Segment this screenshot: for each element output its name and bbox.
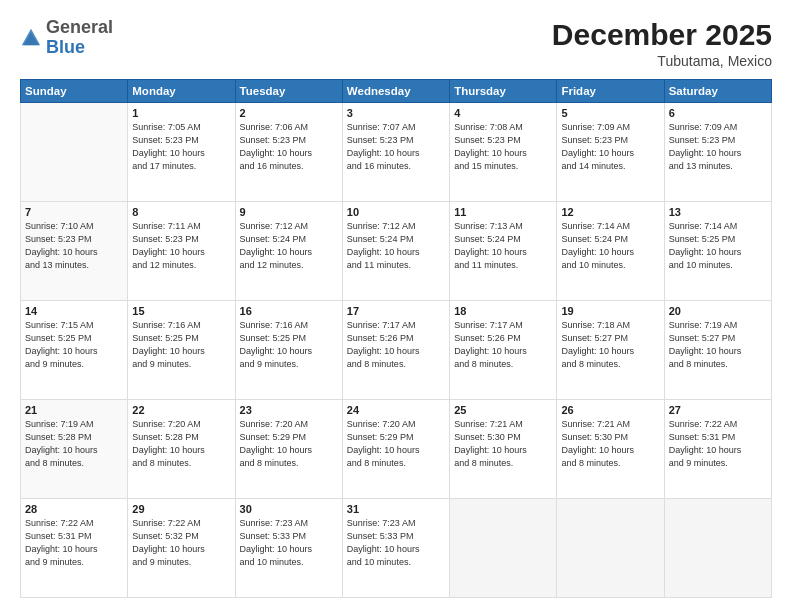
calendar-cell: 27 Sunrise: 7:22 AMSunset: 5:31 PMDaylig… <box>664 400 771 499</box>
day-info: Sunrise: 7:20 AMSunset: 5:29 PMDaylight:… <box>347 418 445 470</box>
day-number: 14 <box>25 305 123 317</box>
day-info: Sunrise: 7:12 AMSunset: 5:24 PMDaylight:… <box>240 220 338 272</box>
calendar-cell: 5 Sunrise: 7:09 AMSunset: 5:23 PMDayligh… <box>557 103 664 202</box>
calendar-cell: 12 Sunrise: 7:14 AMSunset: 5:24 PMDaylig… <box>557 202 664 301</box>
calendar-cell: 28 Sunrise: 7:22 AMSunset: 5:31 PMDaylig… <box>21 499 128 598</box>
logo-general-text: General <box>46 17 113 37</box>
day-info: Sunrise: 7:05 AMSunset: 5:23 PMDaylight:… <box>132 121 230 173</box>
calendar-cell: 13 Sunrise: 7:14 AMSunset: 5:25 PMDaylig… <box>664 202 771 301</box>
day-number: 2 <box>240 107 338 119</box>
day-number: 30 <box>240 503 338 515</box>
day-info: Sunrise: 7:17 AMSunset: 5:26 PMDaylight:… <box>347 319 445 371</box>
day-number: 4 <box>454 107 552 119</box>
calendar-cell: 19 Sunrise: 7:18 AMSunset: 5:27 PMDaylig… <box>557 301 664 400</box>
day-number: 28 <box>25 503 123 515</box>
calendar-cell: 30 Sunrise: 7:23 AMSunset: 5:33 PMDaylig… <box>235 499 342 598</box>
day-number: 9 <box>240 206 338 218</box>
day-number: 3 <box>347 107 445 119</box>
day-number: 15 <box>132 305 230 317</box>
calendar-cell: 1 Sunrise: 7:05 AMSunset: 5:23 PMDayligh… <box>128 103 235 202</box>
day-header: Thursday <box>450 80 557 103</box>
day-info: Sunrise: 7:16 AMSunset: 5:25 PMDaylight:… <box>240 319 338 371</box>
day-info: Sunrise: 7:13 AMSunset: 5:24 PMDaylight:… <box>454 220 552 272</box>
day-number: 25 <box>454 404 552 416</box>
day-info: Sunrise: 7:06 AMSunset: 5:23 PMDaylight:… <box>240 121 338 173</box>
day-number: 19 <box>561 305 659 317</box>
calendar-cell: 29 Sunrise: 7:22 AMSunset: 5:32 PMDaylig… <box>128 499 235 598</box>
calendar-cell: 24 Sunrise: 7:20 AMSunset: 5:29 PMDaylig… <box>342 400 449 499</box>
logo: General Blue <box>20 18 113 58</box>
calendar-cell <box>557 499 664 598</box>
day-number: 13 <box>669 206 767 218</box>
day-info: Sunrise: 7:09 AMSunset: 5:23 PMDaylight:… <box>561 121 659 173</box>
day-info: Sunrise: 7:10 AMSunset: 5:23 PMDaylight:… <box>25 220 123 272</box>
calendar-cell: 25 Sunrise: 7:21 AMSunset: 5:30 PMDaylig… <box>450 400 557 499</box>
logo-blue-text: Blue <box>46 37 85 57</box>
day-header: Monday <box>128 80 235 103</box>
calendar-cell: 7 Sunrise: 7:10 AMSunset: 5:23 PMDayligh… <box>21 202 128 301</box>
calendar-cell: 22 Sunrise: 7:20 AMSunset: 5:28 PMDaylig… <box>128 400 235 499</box>
day-info: Sunrise: 7:14 AMSunset: 5:25 PMDaylight:… <box>669 220 767 272</box>
day-info: Sunrise: 7:16 AMSunset: 5:25 PMDaylight:… <box>132 319 230 371</box>
calendar-cell: 16 Sunrise: 7:16 AMSunset: 5:25 PMDaylig… <box>235 301 342 400</box>
day-header: Tuesday <box>235 80 342 103</box>
day-number: 8 <box>132 206 230 218</box>
calendar-cell: 2 Sunrise: 7:06 AMSunset: 5:23 PMDayligh… <box>235 103 342 202</box>
calendar-cell <box>21 103 128 202</box>
month-year: December 2025 <box>552 18 772 51</box>
day-header: Friday <box>557 80 664 103</box>
calendar-cell: 6 Sunrise: 7:09 AMSunset: 5:23 PMDayligh… <box>664 103 771 202</box>
day-number: 31 <box>347 503 445 515</box>
day-number: 1 <box>132 107 230 119</box>
calendar-table: SundayMondayTuesdayWednesdayThursdayFrid… <box>20 79 772 598</box>
calendar-cell: 21 Sunrise: 7:19 AMSunset: 5:28 PMDaylig… <box>21 400 128 499</box>
calendar-week-row: 28 Sunrise: 7:22 AMSunset: 5:31 PMDaylig… <box>21 499 772 598</box>
location: Tubutama, Mexico <box>552 53 772 69</box>
calendar-week-row: 7 Sunrise: 7:10 AMSunset: 5:23 PMDayligh… <box>21 202 772 301</box>
day-info: Sunrise: 7:22 AMSunset: 5:31 PMDaylight:… <box>25 517 123 569</box>
day-number: 23 <box>240 404 338 416</box>
logo-icon <box>20 27 42 49</box>
day-number: 5 <box>561 107 659 119</box>
day-header: Sunday <box>21 80 128 103</box>
calendar-cell <box>450 499 557 598</box>
day-header: Saturday <box>664 80 771 103</box>
day-info: Sunrise: 7:12 AMSunset: 5:24 PMDaylight:… <box>347 220 445 272</box>
day-number: 24 <box>347 404 445 416</box>
day-number: 11 <box>454 206 552 218</box>
calendar-cell: 18 Sunrise: 7:17 AMSunset: 5:26 PMDaylig… <box>450 301 557 400</box>
calendar-cell <box>664 499 771 598</box>
calendar-cell: 15 Sunrise: 7:16 AMSunset: 5:25 PMDaylig… <box>128 301 235 400</box>
header: General Blue December 2025 Tubutama, Mex… <box>20 18 772 69</box>
day-info: Sunrise: 7:19 AMSunset: 5:28 PMDaylight:… <box>25 418 123 470</box>
day-info: Sunrise: 7:09 AMSunset: 5:23 PMDaylight:… <box>669 121 767 173</box>
calendar-page: General Blue December 2025 Tubutama, Mex… <box>0 0 792 612</box>
day-info: Sunrise: 7:23 AMSunset: 5:33 PMDaylight:… <box>240 517 338 569</box>
day-number: 22 <box>132 404 230 416</box>
day-info: Sunrise: 7:20 AMSunset: 5:28 PMDaylight:… <box>132 418 230 470</box>
day-info: Sunrise: 7:20 AMSunset: 5:29 PMDaylight:… <box>240 418 338 470</box>
calendar-week-row: 1 Sunrise: 7:05 AMSunset: 5:23 PMDayligh… <box>21 103 772 202</box>
day-info: Sunrise: 7:22 AMSunset: 5:32 PMDaylight:… <box>132 517 230 569</box>
calendar-cell: 10 Sunrise: 7:12 AMSunset: 5:24 PMDaylig… <box>342 202 449 301</box>
calendar-cell: 4 Sunrise: 7:08 AMSunset: 5:23 PMDayligh… <box>450 103 557 202</box>
day-info: Sunrise: 7:19 AMSunset: 5:27 PMDaylight:… <box>669 319 767 371</box>
day-number: 12 <box>561 206 659 218</box>
day-number: 7 <box>25 206 123 218</box>
day-number: 20 <box>669 305 767 317</box>
calendar-week-row: 21 Sunrise: 7:19 AMSunset: 5:28 PMDaylig… <box>21 400 772 499</box>
day-number: 27 <box>669 404 767 416</box>
day-info: Sunrise: 7:21 AMSunset: 5:30 PMDaylight:… <box>454 418 552 470</box>
day-info: Sunrise: 7:22 AMSunset: 5:31 PMDaylight:… <box>669 418 767 470</box>
calendar-cell: 11 Sunrise: 7:13 AMSunset: 5:24 PMDaylig… <box>450 202 557 301</box>
day-number: 29 <box>132 503 230 515</box>
day-info: Sunrise: 7:17 AMSunset: 5:26 PMDaylight:… <box>454 319 552 371</box>
calendar-cell: 14 Sunrise: 7:15 AMSunset: 5:25 PMDaylig… <box>21 301 128 400</box>
calendar-cell: 31 Sunrise: 7:23 AMSunset: 5:33 PMDaylig… <box>342 499 449 598</box>
day-info: Sunrise: 7:18 AMSunset: 5:27 PMDaylight:… <box>561 319 659 371</box>
day-number: 16 <box>240 305 338 317</box>
calendar-cell: 20 Sunrise: 7:19 AMSunset: 5:27 PMDaylig… <box>664 301 771 400</box>
calendar-cell: 3 Sunrise: 7:07 AMSunset: 5:23 PMDayligh… <box>342 103 449 202</box>
day-info: Sunrise: 7:15 AMSunset: 5:25 PMDaylight:… <box>25 319 123 371</box>
day-info: Sunrise: 7:08 AMSunset: 5:23 PMDaylight:… <box>454 121 552 173</box>
